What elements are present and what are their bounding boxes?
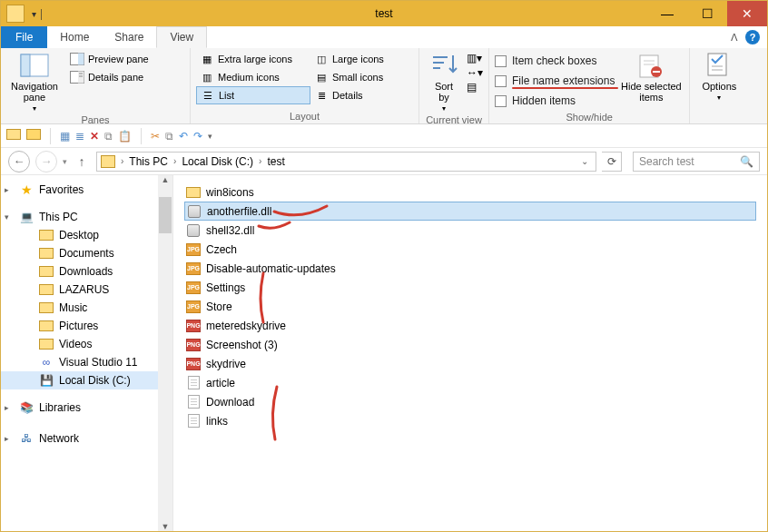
svg-rect-1 (21, 54, 30, 76)
tab-view[interactable]: View (156, 26, 207, 48)
close-button[interactable]: ✕ (727, 1, 767, 26)
navigation-pane-button[interactable]: Navigation pane ▾ (6, 50, 63, 113)
tree-pictures[interactable]: Pictures (1, 317, 172, 335)
tree-localdisk[interactable]: 💾Local Disk (C:) (1, 371, 172, 389)
qat-redo-icon[interactable]: ↷ (193, 130, 202, 143)
file-item[interactable]: Download (184, 392, 756, 411)
file-item[interactable]: anotherfile.dll (184, 202, 756, 221)
tree-documents[interactable]: Documents (1, 244, 172, 262)
checkbox-file-extensions[interactable]: File name extensions (495, 72, 615, 90)
tree-favorites[interactable]: ▸★Favorites (1, 181, 172, 199)
back-button[interactable]: ← (8, 151, 30, 172)
file-name: shell32.dll (206, 224, 254, 237)
tree-network[interactable]: ▸🖧Network (1, 429, 172, 448)
tree-videos[interactable]: Videos (1, 335, 172, 353)
checkbox-item-checkboxes[interactable]: Item check boxes (495, 52, 615, 70)
crumb-folder[interactable]: test (267, 155, 284, 168)
details-pane-button[interactable]: Details pane (66, 68, 184, 86)
file-icon: JPG (186, 242, 201, 257)
window-caret-icon[interactable] (622, 1, 647, 26)
file-name: Screenshot (3) (206, 339, 278, 351)
file-name: Settings (206, 281, 245, 294)
nav-scrollbar[interactable]: ▲▼ (158, 175, 172, 531)
file-item[interactable]: shell32.dll (184, 221, 756, 240)
qat-separator: ▾ │ (32, 9, 44, 19)
group-layout: ▦Extra large icons ◫Large icons ▥Medium … (191, 48, 419, 123)
layout-md[interactable]: ▥Medium icons (196, 68, 310, 86)
help-icon[interactable]: ? (745, 30, 760, 44)
tab-share[interactable]: Share (102, 26, 156, 48)
qat-list-icon[interactable]: ≣ (75, 130, 84, 143)
ribbon: Navigation pane ▾ Preview pane Details p… (1, 48, 767, 124)
ribbon-tabs: File Home Share View ᐱ ? (1, 26, 767, 48)
qat-new-folder-icon[interactable] (6, 129, 21, 143)
tree-thispc[interactable]: ▾💻This PC (1, 208, 172, 226)
qat-copy-icon[interactable]: ⧉ (104, 130, 113, 143)
file-item[interactable]: PNGmeteredskydrive (184, 316, 756, 335)
file-icon: JPG (186, 300, 201, 314)
file-name: win8icons (206, 186, 254, 199)
file-name: Czech (206, 243, 237, 256)
layout-list[interactable]: ☰List (196, 86, 310, 104)
layout-sm[interactable]: ▤Small icons (310, 68, 410, 86)
file-item[interactable]: JPGDisable-automatic-updates (184, 259, 756, 278)
checkbox-hidden-items[interactable]: Hidden items (495, 92, 615, 110)
group-panes: Navigation pane ▾ Preview pane Details p… (1, 48, 191, 123)
qat-open-icon[interactable] (26, 129, 41, 143)
file-item[interactable]: PNGScreenshot (3) (184, 335, 756, 354)
qat-undo-icon[interactable]: ↶ (179, 130, 188, 143)
tab-home[interactable]: Home (47, 26, 102, 48)
tree-downloads[interactable]: Downloads (1, 262, 172, 281)
group-current-view: Sort by ▾ ▥▾ ↔▾ ▤ Current view (419, 48, 489, 123)
file-item[interactable]: JPGCzech (184, 240, 756, 259)
group-by-icon[interactable]: ▤ (467, 81, 483, 94)
qat-delete-icon[interactable]: ✕ (90, 130, 99, 143)
search-box[interactable]: Search test 🔍 (633, 152, 760, 172)
folder-icon (101, 155, 115, 168)
crumb-drive[interactable]: Local Disk (C:) (182, 155, 253, 168)
file-list[interactable]: win8iconsanotherfile.dllshell32.dllJPGCz… (173, 175, 767, 531)
file-tab[interactable]: File (1, 26, 47, 48)
group-columns-icon[interactable]: ▥▾ (467, 52, 483, 64)
file-item[interactable]: JPGStore (184, 297, 756, 316)
file-icon (186, 376, 201, 390)
layout-details[interactable]: ≣Details (310, 86, 410, 104)
file-item[interactable]: JPGSettings (184, 278, 756, 297)
collapse-ribbon-icon[interactable]: ᐱ (731, 32, 738, 44)
up-button[interactable]: ↑ (73, 154, 91, 169)
search-icon: 🔍 (740, 155, 753, 168)
tree-libraries[interactable]: ▸📚Libraries (1, 399, 172, 417)
file-name: Store (206, 300, 232, 313)
tree-vs11[interactable]: ∞Visual Studio 11 (1, 353, 172, 371)
layout-xl[interactable]: ▦Extra large icons (196, 50, 310, 68)
tree-desktop[interactable]: Desktop (1, 226, 172, 244)
file-icon (186, 185, 201, 200)
tree-music[interactable]: Music (1, 299, 172, 317)
file-item[interactable]: win8icons (184, 182, 756, 202)
maximize-button[interactable]: ☐ (687, 1, 727, 26)
refresh-button[interactable]: ⟳ (602, 152, 622, 172)
file-name: meteredskydrive (206, 320, 286, 332)
qat-paste-icon[interactable]: 📋 (118, 130, 132, 143)
sort-by-button[interactable]: Sort by ▾ (425, 50, 463, 113)
breadcrumb[interactable]: › This PC › Local Disk (C:) › test ⌄ (96, 152, 596, 172)
svg-rect-3 (78, 54, 84, 65)
file-name: article (206, 377, 235, 389)
preview-pane-button[interactable]: Preview pane (66, 50, 184, 68)
layout-lg[interactable]: ◫Large icons (310, 50, 410, 68)
forward-button[interactable]: → (35, 151, 57, 172)
file-name: anotherfile.dll (207, 205, 271, 218)
qat-grid-icon[interactable]: ▦ (60, 130, 70, 143)
file-item[interactable]: links (184, 411, 756, 430)
hide-selected-button[interactable]: Hide selected items (618, 50, 684, 103)
tree-lazarus[interactable]: LAZARUS (1, 281, 172, 299)
options-button[interactable]: Options ▾ (695, 50, 743, 102)
size-columns-icon[interactable]: ↔▾ (467, 66, 483, 79)
qat-cut-icon[interactable]: ✂ (151, 130, 160, 143)
file-item[interactable]: article (184, 373, 756, 392)
qat-copy2-icon[interactable]: ⧉ (165, 130, 173, 143)
file-icon (186, 395, 201, 409)
crumb-thispc[interactable]: This PC (129, 155, 168, 168)
minimize-button[interactable]: — (647, 1, 687, 26)
file-item[interactable]: PNGskydrive (184, 354, 756, 373)
